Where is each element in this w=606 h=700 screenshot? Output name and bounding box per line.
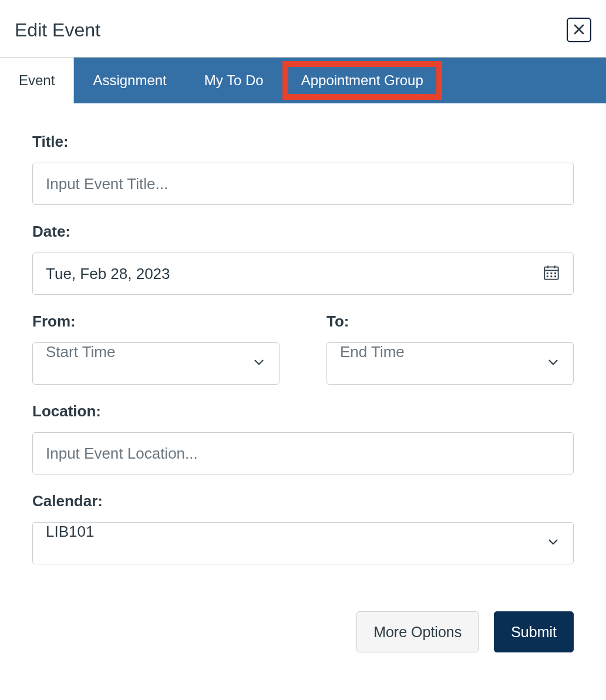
field-calendar: Calendar: LIB101 xyxy=(32,492,574,564)
dialog-actions: More Options Submit xyxy=(0,600,606,676)
dialog-header: Edit Event xyxy=(0,0,606,57)
field-to: To: End Time xyxy=(326,312,574,385)
to-time-select[interactable]: End Time xyxy=(326,342,574,385)
tab-event[interactable]: Event xyxy=(0,57,74,103)
calendar-label: Calendar: xyxy=(32,492,574,510)
field-location: Location: xyxy=(32,402,574,474)
field-from: From: Start Time xyxy=(32,312,280,385)
date-input[interactable] xyxy=(32,253,574,295)
dialog-title: Edit Event xyxy=(15,19,100,41)
date-label: Date: xyxy=(32,223,574,241)
close-button[interactable] xyxy=(567,18,591,42)
submit-button[interactable]: Submit xyxy=(494,611,574,652)
tab-appointment-group[interactable]: Appointment Group xyxy=(282,61,442,100)
field-title: Title: xyxy=(32,133,574,205)
location-input[interactable] xyxy=(32,432,574,474)
field-date: Date: xyxy=(32,223,574,295)
title-input[interactable] xyxy=(32,163,574,205)
tabs: Event Assignment My To Do Appointment Gr… xyxy=(0,58,606,103)
close-icon xyxy=(573,23,585,37)
more-options-button[interactable]: More Options xyxy=(356,611,479,652)
to-label: To: xyxy=(326,312,574,331)
location-label: Location: xyxy=(32,402,574,420)
from-time-select[interactable]: Start Time xyxy=(32,342,280,385)
tab-assignment[interactable]: Assignment xyxy=(74,58,185,103)
tab-my-todo[interactable]: My To Do xyxy=(186,58,282,103)
edit-event-dialog: Edit Event Event Assignment My To Do App… xyxy=(0,0,606,676)
from-label: From: xyxy=(32,312,280,331)
event-form: Title: Date: xyxy=(0,103,606,600)
tabs-container: Event Assignment My To Do Appointment Gr… xyxy=(0,57,606,103)
calendar-select[interactable]: LIB101 xyxy=(32,522,574,564)
title-label: Title: xyxy=(32,133,574,151)
